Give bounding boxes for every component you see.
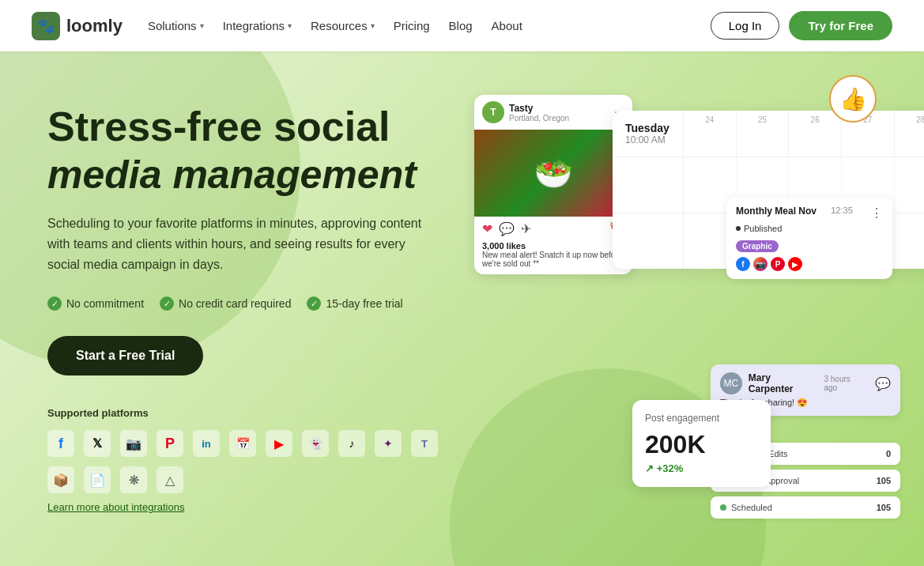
- published-dot: [736, 226, 741, 231]
- check-free-trial: ✓ 15-day free trial: [307, 296, 402, 311]
- navigation: 🐾 loomly Solutions ▾ Integrations ▾ Reso…: [0, 0, 924, 51]
- chevron-down-icon: ▾: [288, 21, 292, 30]
- chevron-down-icon: ▾: [371, 21, 375, 30]
- comment-time: 3 hours ago: [824, 375, 866, 392]
- thumbs-up-badge: 👍: [829, 75, 877, 123]
- teams-icon[interactable]: T: [411, 430, 438, 457]
- snapchat-icon[interactable]: 👻: [302, 430, 329, 457]
- calendar-time: 10:00 AM: [625, 134, 670, 145]
- nav-link-solutions[interactable]: Solutions ▾: [148, 19, 204, 32]
- logo-text: loomly: [66, 16, 123, 36]
- fb-platform-dot: f: [736, 257, 750, 271]
- facebook-icon[interactable]: f: [47, 430, 74, 457]
- check-icon: ✓: [160, 296, 174, 311]
- start-free-trial-button[interactable]: Start a Free Trial: [47, 336, 203, 375]
- event-more-icon[interactable]: ⋮: [870, 206, 883, 221]
- twitter-x-icon[interactable]: 𝕏: [84, 430, 111, 457]
- logo-icon: 🐾: [32, 12, 60, 40]
- slack-icon[interactable]: ✦: [375, 430, 402, 457]
- instagram-icon[interactable]: 📷: [120, 430, 147, 457]
- engagement-card: Post engagement 200K ↗ +32%: [632, 400, 771, 487]
- comment-icon[interactable]: 💬: [499, 221, 515, 236]
- post-caption: New meal alert! Snatch it up now before …: [474, 251, 632, 274]
- linkedin-icon[interactable]: in: [193, 430, 220, 457]
- cal-col-28: 28: [895, 111, 924, 157]
- status-row-scheduled: Scheduled 105: [711, 496, 900, 519]
- cal-col-26: 26: [789, 111, 842, 157]
- hero-checks: ✓ No commitment ✓ No credit card require…: [47, 296, 443, 311]
- engagement-value: 200K: [645, 430, 758, 459]
- hero-heading: Stress-free social: [47, 104, 443, 149]
- nav-left: 🐾 loomly Solutions ▾ Integrations ▾ Reso…: [32, 12, 522, 40]
- event-title: Monthly Meal Nov: [736, 206, 817, 217]
- nav-link-resources[interactable]: Resources ▾: [311, 19, 375, 32]
- google-business-icon[interactable]: 📅: [229, 430, 256, 457]
- social-location: Portland, Oregon: [509, 114, 569, 123]
- post-image: 🥗: [474, 130, 632, 217]
- hero-section: Stress-free social media management Sche…: [0, 51, 924, 566]
- heart-icon[interactable]: ❤: [482, 221, 492, 236]
- nav-right: Log In Try for Free: [711, 11, 892, 40]
- reply-icon[interactable]: 💬: [875, 376, 891, 391]
- nav-link-blog[interactable]: Blog: [449, 19, 473, 32]
- event-status: Published: [744, 224, 782, 233]
- tool4-icon[interactable]: △: [157, 466, 183, 493]
- event-tag: Graphic: [736, 240, 779, 252]
- tool1-icon[interactable]: 📦: [47, 466, 74, 493]
- check-icon: ✓: [307, 296, 321, 311]
- supported-platforms-label: Supported platforms: [47, 407, 443, 419]
- tool2-icon[interactable]: 📄: [84, 466, 111, 493]
- cal-col-25: 25: [737, 111, 790, 157]
- try-for-free-button[interactable]: Try for Free: [789, 11, 892, 40]
- commenter-avatar: MC: [720, 372, 742, 394]
- calendar-day: Tuesday: [625, 122, 670, 134]
- engagement-label: Post engagement: [645, 413, 758, 424]
- social-post-card: T Tasty Portland, Oregon ··· 🥗 ❤ 💬 ✈ 🔖 3…: [474, 95, 632, 274]
- trend-up-icon: ↗: [645, 462, 654, 474]
- engagement-change: ↗ +32%: [645, 462, 758, 474]
- monthly-event-card: Monthly Meal Nov 12:35 ⋮ Published Graph…: [726, 198, 892, 279]
- nav-link-integrations[interactable]: Integrations ▾: [223, 19, 292, 32]
- youtube-icon[interactable]: ▶: [266, 430, 292, 457]
- hero-subtext: Scheduling to your favorite platforms in…: [47, 213, 427, 274]
- tiktok-icon[interactable]: ♪: [338, 430, 365, 457]
- check-no-commitment: ✓ No commitment: [47, 296, 144, 311]
- likes-count: 3,000 likes: [474, 241, 632, 251]
- yt-platform-dot: ▶: [788, 257, 802, 271]
- tool3-icon[interactable]: ❋: [120, 466, 147, 493]
- cal-col-24: 24: [684, 111, 737, 157]
- hero-heading-italic: media management: [47, 153, 443, 198]
- chevron-down-icon: ▾: [200, 21, 204, 30]
- nav-link-pricing[interactable]: Pricing: [394, 19, 430, 32]
- platform-icons-list: f 𝕏 📷 P in 📅 ▶ 👻 ♪ ✦ T 📦 📄 ❋ △: [47, 430, 443, 493]
- check-icon: ✓: [47, 296, 62, 311]
- hero-left: Stress-free social media management Sche…: [0, 51, 443, 566]
- check-no-credit-card: ✓ No credit card required: [160, 296, 291, 311]
- hero-right: 👍 T Tasty Portland, Oregon ··· 🥗 ❤ 💬 ✈: [443, 51, 924, 566]
- logo[interactable]: 🐾 loomly: [32, 12, 123, 40]
- pinterest-icon[interactable]: P: [157, 430, 183, 457]
- scheduled-dot: [720, 504, 726, 511]
- social-username: Tasty: [509, 103, 569, 114]
- commenter-name: Mary Carpenter: [749, 372, 818, 394]
- share-icon[interactable]: ✈: [521, 221, 531, 236]
- nav-link-about[interactable]: About: [492, 19, 522, 32]
- ig-platform-dot: 📷: [753, 257, 767, 271]
- event-time: 12:35: [831, 206, 853, 215]
- nav-links: Solutions ▾ Integrations ▾ Resources ▾ P…: [148, 19, 522, 32]
- learn-more-integrations-link[interactable]: Learn more about integrations: [47, 501, 443, 513]
- avatar: T: [482, 101, 504, 123]
- login-button[interactable]: Log In: [711, 12, 780, 40]
- pi-platform-dot: P: [771, 257, 785, 271]
